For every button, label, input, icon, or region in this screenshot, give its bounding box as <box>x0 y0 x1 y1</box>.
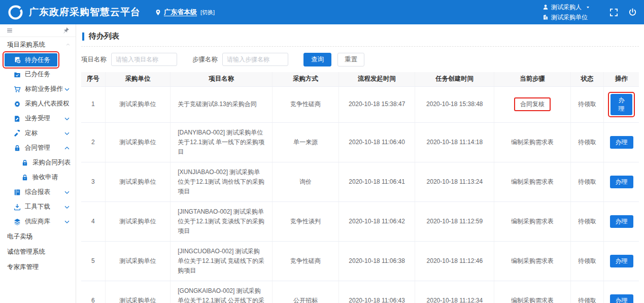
sidebar-item-label: 电子卖场 <box>7 232 32 241</box>
sidebar-item-label: 供应商库 <box>25 217 50 226</box>
fullscreen-icon[interactable] <box>609 8 618 17</box>
sidebar-item-done-tasks[interactable]: 已办任务 <box>0 67 76 82</box>
cell-start-time: 2020-10-18 11:06:41 <box>338 162 415 201</box>
sidebar-item-award[interactable]: 定标 <box>0 126 76 141</box>
step-name-filter: 步骤名称 <box>192 53 288 66</box>
handle-button[interactable]: 办理 <box>610 136 633 149</box>
cell-current-step: 编制采购需求表 <box>494 162 571 201</box>
sidebar-item-expert-library-management[interactable]: 专家库管理 <box>0 259 76 275</box>
layers-icon <box>14 218 21 225</box>
sidebar-item-acceptance-apply[interactable]: 验收申请 <box>0 170 76 185</box>
sidebar-item-label: 工具下载 <box>25 203 50 211</box>
chevron-up-icon <box>65 42 71 47</box>
cell-method: 公开招标 <box>273 281 339 303</box>
chevron-down-icon <box>63 204 71 211</box>
org-name: 测试采购单位 <box>551 13 588 22</box>
cell-create-time: 2020-10-18 11:12:34 <box>415 281 494 303</box>
location-pin-icon <box>155 9 161 16</box>
sidebar-item-label: 业务受理 <box>25 114 50 123</box>
sidebar-item-project-procurement-system[interactable]: 项目采购系统 <box>0 37 76 52</box>
cell-create-time: 2020-10-18 11:13:24 <box>415 162 494 201</box>
cell-create-time: 2020-10-18 11:14:18 <box>415 122 494 162</box>
column-header: 状态 <box>570 72 603 86</box>
chevron-down-icon <box>63 130 71 137</box>
header-right: 测试采购人 测试采购单位 <box>543 3 637 22</box>
column-header: 序号 <box>81 72 105 86</box>
org-line: 测试采购单位 <box>543 13 590 22</box>
region-name[interactable]: 广东省本级 <box>164 8 197 17</box>
handle-button[interactable]: 办理 <box>611 94 632 115</box>
lock-icon <box>21 159 28 166</box>
logout-power-icon[interactable] <box>628 8 637 17</box>
cell-action: 办理 <box>604 86 639 122</box>
main-content: 待办列表 项目名称 步骤名称 查询 重置 序号采购单位项目名称采购方式流程发起时… <box>76 24 644 303</box>
chevron-up-icon <box>63 145 71 152</box>
user-menu[interactable]: 测试采购人 <box>543 3 590 12</box>
project-name-filter: 项目名称 <box>81 53 177 66</box>
sidebar-item-label: 诚信管理系统 <box>7 248 45 256</box>
cell-org: 测试采购单位 <box>105 122 171 162</box>
sidebar-item-todo-tasks[interactable]: 待办任务 <box>5 53 57 66</box>
cell-current-step: 编制采购需求表 <box>494 281 571 303</box>
cell-create-time: 2020-10-18 15:38:48 <box>415 86 494 122</box>
chevron-down-icon <box>63 86 71 93</box>
gavel-icon <box>14 130 21 137</box>
cell-current-step: 合同复核 <box>494 86 571 122</box>
doc-edit-icon <box>14 115 21 122</box>
sidebar-item-e-marketplace[interactable]: 电子卖场 <box>0 229 76 244</box>
handle-button[interactable]: 办理 <box>610 255 633 267</box>
step-name-input[interactable] <box>222 53 288 66</box>
chevron-down-icon <box>63 115 71 122</box>
sidebar-item-label: 专家库管理 <box>7 263 39 272</box>
cell-project: [GONGKAIBAO-002] 测试采购单位关于12.1测试 公开线下的采购项… <box>171 281 273 303</box>
cell-no: 5 <box>81 241 105 281</box>
done-tasks-icon <box>14 71 21 78</box>
sidebar-item-comprehensive-reports[interactable]: 综合报表 <box>0 185 76 199</box>
cell-no: 1 <box>81 86 105 122</box>
cell-no: 3 <box>81 162 105 201</box>
handle-button[interactable]: 办理 <box>610 294 633 303</box>
cell-status: 待领取 <box>570 86 603 122</box>
download-icon <box>14 204 21 211</box>
sidebar-item-integrity-management-system[interactable]: 诚信管理系统 <box>0 244 76 259</box>
sidebar-item-tool-download[interactable]: 工具下载 <box>0 199 76 214</box>
pushpin-icon[interactable] <box>62 27 70 34</box>
page-title: 待办列表 <box>89 31 119 41</box>
sidebar-top-bar <box>0 24 76 37</box>
sidebar-item-purchase-contract-list[interactable]: 采购合同列表 <box>0 155 76 170</box>
project-name-input[interactable] <box>111 53 177 66</box>
cell-start-time: 2020-10-18 15:38:47 <box>338 86 415 122</box>
table-row: 3测试采购单位[XUNJIABAO-002] 测试采购单位关于12.1测试 询价… <box>81 162 639 201</box>
hamburger-menu-icon[interactable] <box>6 27 13 34</box>
handle-button[interactable]: 办理 <box>610 176 633 188</box>
todo-table: 序号采购单位项目名称采购方式流程发起时间任务创建时间当前步骤状态操作 1测试采购… <box>81 72 639 303</box>
sidebar-item-label: 待办任务 <box>25 56 50 64</box>
filter-bar: 项目名称 步骤名称 查询 重置 <box>81 47 639 72</box>
cell-method: 竞争性谈判 <box>273 201 339 241</box>
title-accent-bar <box>82 32 84 41</box>
cell-action: 办理 <box>604 201 639 241</box>
column-header: 流程发起时间 <box>338 72 415 86</box>
table-row: 5测试采购单位[JINGCUOBAO-002] 测试采购单位关于12.1测试 竞… <box>81 241 639 281</box>
cell-status: 待领取 <box>570 122 603 162</box>
lock-icon <box>14 145 21 152</box>
column-header: 采购方式 <box>273 72 339 86</box>
sidebar-item-purchaser-rep-auth[interactable]: 采购人代表授权 <box>0 96 76 111</box>
sidebar-item-business-acceptance[interactable]: 业务受理 <box>0 111 76 126</box>
handle-button[interactable]: 办理 <box>610 215 633 228</box>
sidebar-item-supplier-library[interactable]: 供应商库 <box>0 214 76 229</box>
cell-no: 2 <box>81 122 105 162</box>
cell-action: 办理 <box>604 162 639 201</box>
reset-button[interactable]: 重置 <box>337 53 364 66</box>
cart-icon <box>14 86 21 93</box>
cell-start-time: 2020-10-18 11:06:42 <box>338 201 415 241</box>
sidebar-item-pre-bid-operations[interactable]: 标前业务操作 <box>0 82 76 96</box>
region-switch-link[interactable]: [切换] <box>200 9 215 16</box>
chevron-down-icon <box>63 218 71 225</box>
sidebar-item-contract-management[interactable]: 合同管理 <box>0 141 76 155</box>
cell-current-step: 编制采购需求表 <box>494 122 571 162</box>
cell-no: 6 <box>81 281 105 303</box>
column-header: 项目名称 <box>171 72 273 86</box>
search-button[interactable]: 查询 <box>303 53 331 66</box>
sidebar-item-label: 定标 <box>25 129 38 138</box>
